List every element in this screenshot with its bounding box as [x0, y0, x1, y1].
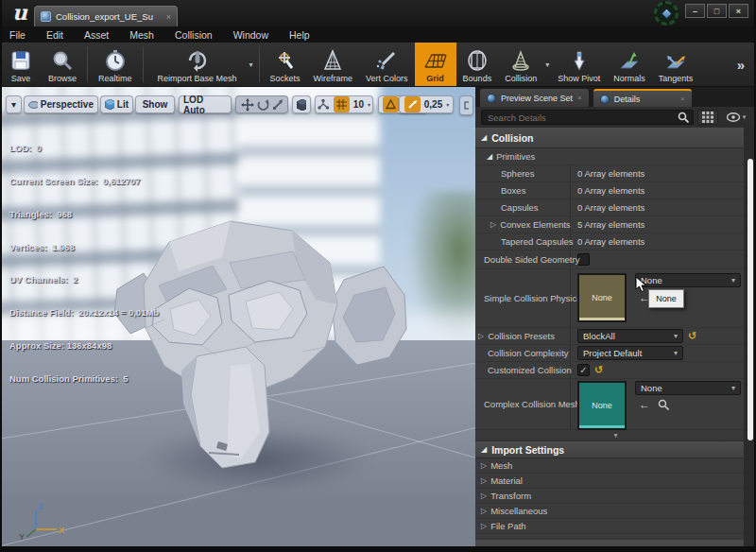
search-box[interactable] — [481, 110, 694, 125]
lod-selector-button[interactable]: LOD Auto — [179, 95, 232, 113]
realtime-button[interactable]: Realtime — [92, 43, 139, 86]
camera-mode-button[interactable]: Perspective — [24, 95, 98, 113]
sockets-button[interactable]: Sockets — [264, 43, 307, 86]
maximize-button[interactable]: □ — [707, 4, 727, 18]
normals-button[interactable]: Normals — [607, 43, 652, 86]
asset-tab[interactable]: Collision_export_UE_Su × — [34, 6, 178, 26]
row-double-sided-geometry[interactable]: Double Sided Geometry — [475, 250, 756, 269]
use-selected-asset-icon[interactable]: ← — [639, 398, 650, 411]
coordinate-space-toggle[interactable] — [292, 95, 311, 113]
row-miscellaneous[interactable]: ▷ Miscellaneous — [475, 504, 756, 519]
property-matrix-button[interactable] — [697, 110, 718, 125]
tab-details[interactable]: Details × — [593, 89, 692, 107]
expander-closed-icon[interactable]: ▷ — [481, 492, 487, 500]
asset-tab-close-icon[interactable]: × — [166, 12, 171, 22]
viewport-options-dropdown[interactable]: ▾ — [6, 95, 22, 113]
show-pivot-button[interactable]: Show Pivot — [551, 43, 607, 86]
show-flags-button[interactable]: Show — [135, 95, 175, 113]
minimize-button[interactable]: – — [685, 4, 705, 18]
toolbar-overflow-chevron-icon[interactable]: » — [726, 57, 756, 73]
scale-tool-icon[interactable] — [272, 99, 284, 111]
menu-help[interactable]: Help — [289, 29, 310, 41]
rotation-snap-toggle[interactable] — [383, 96, 399, 112]
collision-complexity-dropdown[interactable]: Project Default ▾ — [577, 346, 683, 360]
vert-colors-button[interactable]: Vert Colors — [359, 43, 415, 86]
scrollbar-thumb[interactable] — [747, 159, 753, 440]
expander-open-icon[interactable]: ◢ — [481, 445, 487, 454]
row-complex-collision-mesh[interactable]: Complex Collision Mesh None None ▾ ← — [475, 379, 756, 430]
menu-asset[interactable]: Asset — [84, 29, 109, 41]
row-capsules[interactable]: Capsules 0 Array elements — [475, 199, 756, 216]
save-button[interactable]: Save — [0, 43, 42, 86]
menu-file[interactable]: File — [9, 29, 26, 41]
scale-snap-value[interactable]: 0,25 — [424, 99, 442, 110]
title-bar[interactable]: u Collision_export_UE_Su × – □ × — [0, 0, 756, 26]
close-button[interactable]: × — [729, 4, 748, 18]
browse-magnifier-icon — [51, 48, 74, 73]
expander-closed-icon[interactable]: ▷ — [481, 461, 487, 470]
bounds-button[interactable]: Bounds — [456, 43, 499, 86]
physical-material-dropdown[interactable]: None ▾ — [635, 273, 741, 287]
reset-to-default-icon[interactable]: ↺ — [688, 330, 696, 342]
row-simple-collision-physical-material[interactable]: Simple Collision Physica None None ▾ ← — [475, 269, 756, 328]
collision-presets-dropdown[interactable]: BlockAll ▾ — [577, 329, 683, 343]
display-filter-button[interactable]: ▾ — [722, 110, 750, 125]
browse-button[interactable]: Browse — [42, 43, 83, 86]
reset-to-default-icon[interactable]: ↺ — [594, 364, 603, 376]
row-collision-complexity[interactable]: Collision Complexity Project Default ▾ — [475, 345, 756, 362]
menu-mesh[interactable]: Mesh — [129, 29, 154, 41]
view-mode-button[interactable]: Lit — [100, 95, 133, 113]
customized-collision-checkbox[interactable]: ✓ — [577, 364, 590, 376]
collision-dropdown-caret-icon[interactable]: ▾ — [545, 60, 549, 69]
grid-button[interactable]: Grid — [415, 43, 456, 86]
row-mesh[interactable]: ▷ Mesh — [475, 458, 756, 474]
lit-cube-icon — [105, 99, 114, 110]
category-collision[interactable]: ◢ Collision — [475, 128, 756, 148]
row-collision-presets[interactable]: ▷ Collision Presets BlockAll ▾ ↺ — [475, 328, 756, 345]
surface-snap-icon[interactable] — [318, 98, 330, 111]
reimport-base-mesh-button[interactable]: Reimport Base Mesh — [147, 43, 248, 86]
expander-open-icon[interactable]: ◢ — [487, 152, 492, 161]
row-material[interactable]: ▷ Material — [475, 474, 756, 489]
row-boxes[interactable]: Boxes 0 Array elements — [475, 182, 756, 199]
tab-close-icon[interactable]: × — [577, 94, 582, 102]
physical-material-thumbnail[interactable]: None — [577, 273, 627, 322]
search-input[interactable] — [486, 112, 678, 124]
rotate-tool-icon[interactable] — [257, 98, 269, 111]
expander-closed-icon[interactable]: ▷ — [481, 507, 487, 515]
browse-to-asset-icon[interactable] — [658, 399, 669, 410]
menu-collision[interactable]: Collision — [175, 29, 213, 41]
grid-snap-value[interactable]: 10 — [353, 99, 364, 110]
expander-closed-icon[interactable]: ▷ — [490, 220, 496, 229]
collision-button[interactable]: Collision — [498, 43, 543, 86]
grid-snap-toggle[interactable] — [334, 96, 350, 112]
expander-closed-icon[interactable]: ▷ — [481, 476, 487, 485]
wireframe-button[interactable]: Wireframe — [307, 43, 360, 86]
menu-bar: File Edit Asset Mesh Collision Window He… — [0, 26, 756, 43]
complex-collision-mesh-thumbnail[interactable]: None — [577, 381, 627, 430]
row-file-path[interactable]: ▷ File Path — [475, 519, 756, 534]
complex-collision-mesh-dropdown[interactable]: None ▾ — [635, 381, 741, 395]
reimport-dropdown-caret-icon[interactable]: ▾ — [249, 60, 253, 69]
3d-viewport[interactable]: ▾ Perspective Lit Show LOD Auto — [2, 87, 475, 546]
menu-window[interactable]: Window — [233, 29, 268, 41]
scale-snap-toggle[interactable] — [404, 96, 421, 112]
row-tapered-capsules[interactable]: Tapered Capsules 0 Array elements — [475, 233, 756, 250]
row-primitives[interactable]: ◢ Primitives — [475, 148, 756, 165]
advanced-properties-expander[interactable]: ▾ — [475, 430, 756, 441]
row-spheres[interactable]: Spheres 0 Array elements — [475, 165, 756, 182]
row-transform[interactable]: ▷ Transform — [475, 489, 756, 504]
expander-closed-icon[interactable]: ▷ — [478, 332, 484, 340]
tab-close-icon[interactable]: × — [680, 95, 685, 103]
expander-closed-icon[interactable]: ▷ — [481, 522, 487, 530]
tangents-button[interactable]: Tangents — [652, 43, 700, 86]
expander-open-icon[interactable]: ◢ — [481, 133, 487, 142]
menu-edit[interactable]: Edit — [46, 29, 63, 41]
row-convex-elements[interactable]: ▷ Convex Elements 5 Array elements — [475, 216, 756, 233]
category-import-settings[interactable]: ◢ Import Settings — [475, 441, 756, 458]
translate-tool-icon[interactable] — [241, 98, 254, 112]
tab-preview-scene-settings[interactable]: Preview Scene Set × — [480, 89, 589, 107]
maximize-viewport-button[interactable] — [459, 95, 473, 115]
chevron-down-icon: ▾ — [731, 384, 735, 392]
row-customized-collision[interactable]: Customized Collision ✓ ↺ — [475, 362, 756, 379]
